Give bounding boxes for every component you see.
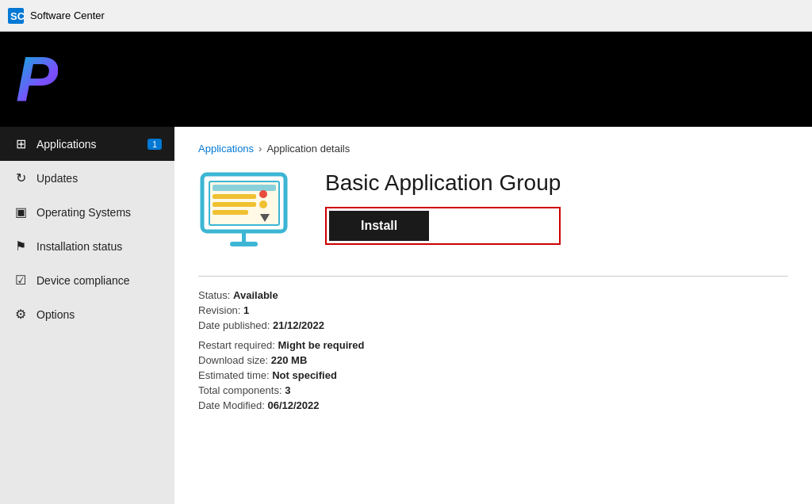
sidebar-item-updates[interactable]: ↻ Updates: [0, 161, 174, 195]
compliance-icon: ☑: [13, 273, 29, 288]
meta-revision: Revision: 1: [198, 304, 788, 316]
svg-rect-12: [230, 242, 258, 246]
app-info: Basic Application Group Install: [325, 170, 561, 245]
sidebar-item-label: Updates: [36, 172, 78, 185]
app-icon-area: [198, 170, 301, 260]
meta-date-modified: Date Modified: 06/12/2022: [198, 399, 788, 411]
meta-estimated-time: Estimated time: Not specified: [198, 369, 788, 381]
applications-badge: 1: [147, 139, 162, 150]
app-title: Basic Application Group: [325, 170, 561, 196]
sidebar-item-device-compliance[interactable]: ☑ Device compliance: [0, 263, 174, 297]
meta-date-published: Date published: 21/12/2022: [198, 319, 788, 331]
updates-icon: ↻: [13, 170, 29, 185]
breadcrumb-current: Application details: [266, 143, 350, 155]
sidebar: ⊞ Applications 1 ↻ Updates ▣ Operating S…: [0, 127, 174, 504]
svg-text:SC: SC: [10, 10, 24, 22]
svg-point-9: [259, 200, 267, 208]
sidebar-item-installation-status[interactable]: ⚑ Installation status: [0, 229, 174, 263]
svg-rect-6: [213, 202, 256, 207]
sidebar-item-options[interactable]: ⚙ Options: [0, 297, 174, 331]
breadcrumb-link-applications[interactable]: Applications: [198, 143, 254, 155]
options-icon: ⚙: [13, 307, 29, 322]
sidebar-item-label: Installation status: [36, 240, 122, 253]
breadcrumb: Applications › Application details: [198, 143, 788, 155]
sidebar-item-operating-systems[interactable]: ▣ Operating Systems: [0, 195, 174, 229]
meta-restart: Restart required: Might be required: [198, 339, 788, 351]
app-icon: SC: [8, 8, 24, 24]
svg-point-8: [259, 190, 267, 198]
title-bar: SC Software Center: [0, 0, 812, 32]
svg-rect-4: [213, 185, 276, 191]
sidebar-item-label: Device compliance: [36, 274, 130, 287]
logo: P: [16, 48, 58, 111]
applications-icon: ⊞: [13, 136, 29, 151]
os-icon: ▣: [13, 204, 29, 220]
header-banner: P: [0, 32, 812, 127]
section-divider: [198, 276, 788, 277]
install-status-icon: ⚑: [13, 239, 29, 254]
sidebar-item-label: Operating Systems: [36, 206, 131, 219]
main-layout: ⊞ Applications 1 ↻ Updates ▣ Operating S…: [0, 127, 812, 504]
svg-rect-5: [213, 194, 256, 199]
meta-section-secondary: Restart required: Might be required Down…: [198, 339, 788, 411]
sidebar-item-label: Applications: [36, 138, 97, 151]
svg-rect-7: [213, 210, 248, 215]
meta-total-components: Total components: 3: [198, 384, 788, 396]
sidebar-item-label: Options: [36, 308, 75, 321]
meta-status: Status: Available: [198, 289, 788, 301]
meta-section-primary: Status: Available Revision: 1 Date publi…: [198, 289, 788, 331]
install-button-wrapper: Install: [325, 207, 561, 245]
svg-rect-11: [242, 231, 246, 242]
content-area: Applications › Application details: [174, 127, 812, 504]
sidebar-item-applications[interactable]: ⊞ Applications 1: [0, 127, 174, 161]
install-button[interactable]: Install: [329, 211, 429, 241]
app-detail: Basic Application Group Install: [198, 170, 788, 260]
meta-download-size: Download size: 220 MB: [198, 354, 788, 366]
breadcrumb-separator: ›: [259, 143, 262, 155]
monitor-svg-icon: [198, 170, 301, 258]
title-bar-text: Software Center: [30, 10, 105, 21]
